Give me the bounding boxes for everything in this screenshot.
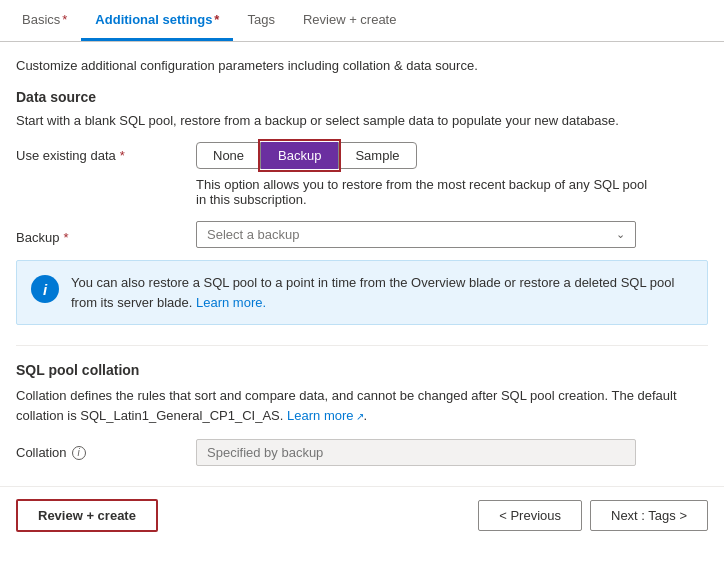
collation-info-icon[interactable]: i (72, 446, 86, 460)
option-sample[interactable]: Sample (338, 142, 416, 169)
collation-learn-more-link[interactable]: Learn more↗ (287, 408, 363, 423)
next-button[interactable]: Next : Tags > (590, 500, 708, 531)
tab-basics[interactable]: Basics * (8, 0, 81, 41)
use-existing-label: Use existing data * (16, 142, 196, 163)
data-source-description: Start with a blank SQL pool, restore fro… (16, 113, 708, 128)
tab-bar: Basics * Additional settings * Tags Revi… (0, 0, 724, 42)
page-description: Customize additional configuration param… (16, 58, 708, 73)
tab-tags[interactable]: Tags (233, 0, 288, 41)
collation-input[interactable] (196, 439, 636, 466)
backup-row: Backup * Select a backup ⌄ (16, 221, 708, 248)
data-source-title: Data source (16, 89, 708, 105)
review-create-button[interactable]: Review + create (16, 499, 158, 532)
tab-additional-asterisk: * (214, 12, 219, 27)
previous-button[interactable]: < Previous (478, 500, 582, 531)
backup-label: Backup * (16, 224, 196, 245)
main-content: Customize additional configuration param… (0, 42, 724, 466)
tab-review-create[interactable]: Review + create (289, 0, 411, 41)
footer-left: Review + create (16, 499, 158, 532)
option-group: None Backup Sample (196, 142, 708, 169)
info-message: You can also restore a SQL pool to a poi… (71, 275, 674, 310)
info-learn-more-link[interactable]: Learn more. (196, 295, 266, 310)
use-existing-data-row: Use existing data * None Backup Sample T… (16, 142, 708, 207)
backup-dropdown[interactable]: Select a backup ⌄ (196, 221, 636, 248)
tab-review-create-label: Review + create (303, 12, 397, 27)
footer: Review + create < Previous Next : Tags > (0, 486, 724, 544)
chevron-down-icon: ⌄ (616, 228, 625, 241)
backup-control: Select a backup ⌄ (196, 221, 708, 248)
collation-description: Collation defines the rules that sort an… (16, 386, 708, 425)
backup-required-asterisk: * (63, 230, 68, 245)
tab-tags-label: Tags (247, 12, 274, 27)
external-link-icon: ↗ (356, 411, 364, 422)
info-box: i You can also restore a SQL pool to a p… (16, 260, 708, 325)
backup-placeholder: Select a backup (207, 227, 300, 242)
tab-basics-label: Basics (22, 12, 60, 27)
option-none[interactable]: None (196, 142, 261, 169)
info-icon: i (31, 275, 59, 303)
tab-basics-asterisk: * (62, 12, 67, 27)
footer-right: < Previous Next : Tags > (478, 500, 708, 531)
option-backup[interactable]: Backup (261, 142, 338, 169)
collation-label: Collation i (16, 439, 196, 460)
collation-section-title: SQL pool collation (16, 362, 708, 378)
backup-help-text: This option allows you to restore from t… (196, 177, 656, 207)
collation-row: Collation i (16, 439, 708, 466)
collation-control (196, 439, 708, 466)
tab-additional-settings[interactable]: Additional settings * (81, 0, 233, 41)
info-text: You can also restore a SQL pool to a poi… (71, 273, 693, 312)
section-divider (16, 345, 708, 346)
required-asterisk: * (120, 148, 125, 163)
use-existing-control: None Backup Sample This option allows yo… (196, 142, 708, 207)
tab-additional-settings-label: Additional settings (95, 12, 212, 27)
